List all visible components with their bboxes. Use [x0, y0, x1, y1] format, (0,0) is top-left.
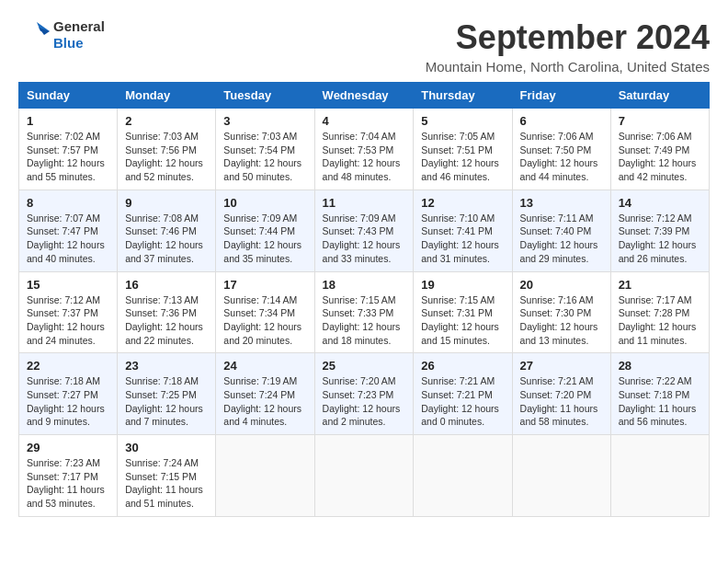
- day-number: 14: [619, 196, 701, 210]
- calendar-header-row: SundayMondayTuesdayWednesdayThursdayFrid…: [19, 83, 710, 109]
- day-info: Sunrise: 7:09 AM Sunset: 7:44 PM Dayligh…: [223, 212, 306, 266]
- logo-bird-icon: [18, 18, 51, 52]
- day-cell: [512, 435, 610, 517]
- day-cell: 5Sunrise: 7:05 AM Sunset: 7:51 PM Daylig…: [414, 109, 512, 190]
- day-info: Sunrise: 7:06 AM Sunset: 7:49 PM Dayligh…: [619, 130, 701, 184]
- day-cell: 12Sunrise: 7:10 AM Sunset: 7:41 PM Dayli…: [414, 190, 512, 271]
- day-info: Sunrise: 7:14 AM Sunset: 7:34 PM Dayligh…: [223, 293, 306, 348]
- week-row-3: 15Sunrise: 7:12 AM Sunset: 7:37 PM Dayli…: [19, 271, 710, 353]
- day-number: 29: [27, 441, 109, 454]
- day-number: 17: [223, 278, 306, 292]
- day-number: 1: [27, 114, 109, 128]
- day-number: 3: [223, 114, 306, 128]
- day-number: 21: [619, 278, 701, 292]
- week-row-5: 29Sunrise: 7:23 AM Sunset: 7:17 PM Dayli…: [19, 435, 710, 517]
- day-cell: [610, 435, 709, 517]
- day-number: 18: [323, 278, 406, 292]
- logo-text: General Blue: [53, 18, 105, 52]
- day-number: 27: [520, 359, 603, 373]
- day-number: 12: [421, 196, 504, 210]
- day-cell: 27Sunrise: 7:21 AM Sunset: 7:20 PM Dayli…: [512, 353, 610, 435]
- day-number: 4: [323, 114, 406, 128]
- day-info: Sunrise: 7:05 AM Sunset: 7:51 PM Dayligh…: [421, 130, 504, 184]
- header-friday: Friday: [512, 83, 610, 109]
- day-info: Sunrise: 7:08 AM Sunset: 7:46 PM Dayligh…: [125, 212, 208, 266]
- day-cell: 7Sunrise: 7:06 AM Sunset: 7:49 PM Daylig…: [610, 109, 709, 190]
- day-cell: 6Sunrise: 7:06 AM Sunset: 7:50 PM Daylig…: [512, 109, 610, 190]
- day-cell: 11Sunrise: 7:09 AM Sunset: 7:43 PM Dayli…: [314, 190, 414, 271]
- day-info: Sunrise: 7:10 AM Sunset: 7:41 PM Dayligh…: [421, 212, 504, 266]
- day-cell: [216, 435, 314, 517]
- day-cell: 10Sunrise: 7:09 AM Sunset: 7:44 PM Dayli…: [216, 190, 314, 271]
- day-number: 6: [520, 114, 603, 128]
- day-cell: 24Sunrise: 7:19 AM Sunset: 7:24 PM Dayli…: [216, 353, 314, 435]
- day-info: Sunrise: 7:12 AM Sunset: 7:39 PM Dayligh…: [619, 212, 701, 266]
- day-number: 2: [125, 114, 208, 128]
- location: Mountain Home, North Carolina, United St…: [426, 59, 710, 75]
- day-cell: 21Sunrise: 7:17 AM Sunset: 7:28 PM Dayli…: [610, 271, 709, 353]
- day-number: 23: [125, 359, 208, 373]
- day-cell: 30Sunrise: 7:24 AM Sunset: 7:15 PM Dayli…: [118, 435, 216, 517]
- day-cell: 25Sunrise: 7:20 AM Sunset: 7:23 PM Dayli…: [314, 353, 414, 435]
- day-info: Sunrise: 7:03 AM Sunset: 7:56 PM Dayligh…: [125, 130, 208, 184]
- day-number: 11: [323, 196, 406, 210]
- day-info: Sunrise: 7:07 AM Sunset: 7:47 PM Dayligh…: [27, 212, 109, 266]
- day-cell: 9Sunrise: 7:08 AM Sunset: 7:46 PM Daylig…: [118, 190, 216, 271]
- header-sunday: Sunday: [19, 83, 118, 109]
- day-cell: 16Sunrise: 7:13 AM Sunset: 7:36 PM Dayli…: [118, 271, 216, 353]
- day-cell: 28Sunrise: 7:22 AM Sunset: 7:18 PM Dayli…: [610, 353, 709, 435]
- title-area: September 2024 Mountain Home, North Caro…: [426, 18, 710, 75]
- header-monday: Monday: [118, 83, 216, 109]
- day-number: 19: [421, 278, 504, 292]
- day-cell: [414, 435, 512, 517]
- day-number: 16: [125, 278, 208, 292]
- day-cell: 2Sunrise: 7:03 AM Sunset: 7:56 PM Daylig…: [118, 109, 216, 190]
- day-info: Sunrise: 7:23 AM Sunset: 7:17 PM Dayligh…: [27, 456, 109, 511]
- day-cell: 19Sunrise: 7:15 AM Sunset: 7:31 PM Dayli…: [414, 271, 512, 353]
- week-row-2: 8Sunrise: 7:07 AM Sunset: 7:47 PM Daylig…: [19, 190, 710, 271]
- header-wednesday: Wednesday: [314, 83, 414, 109]
- day-cell: 22Sunrise: 7:18 AM Sunset: 7:27 PM Dayli…: [19, 353, 118, 435]
- logo-container: General Blue: [18, 18, 105, 52]
- day-number: 9: [125, 196, 208, 210]
- day-info: Sunrise: 7:12 AM Sunset: 7:37 PM Dayligh…: [27, 293, 109, 348]
- day-number: 7: [619, 114, 701, 128]
- day-number: 5: [421, 114, 504, 128]
- week-row-1: 1Sunrise: 7:02 AM Sunset: 7:57 PM Daylig…: [19, 109, 710, 190]
- day-info: Sunrise: 7:18 AM Sunset: 7:27 PM Dayligh…: [27, 374, 109, 429]
- day-cell: 20Sunrise: 7:16 AM Sunset: 7:30 PM Dayli…: [512, 271, 610, 353]
- day-cell: [314, 435, 414, 517]
- day-number: 30: [125, 441, 208, 454]
- day-info: Sunrise: 7:20 AM Sunset: 7:23 PM Dayligh…: [323, 374, 406, 429]
- header-tuesday: Tuesday: [216, 83, 314, 109]
- header: General Blue September 2024 Mountain Hom…: [18, 18, 710, 75]
- header-saturday: Saturday: [610, 83, 709, 109]
- day-number: 24: [223, 359, 306, 373]
- day-info: Sunrise: 7:03 AM Sunset: 7:54 PM Dayligh…: [223, 130, 306, 184]
- day-number: 15: [27, 278, 109, 292]
- day-number: 26: [421, 359, 504, 373]
- day-info: Sunrise: 7:15 AM Sunset: 7:31 PM Dayligh…: [421, 293, 504, 348]
- day-info: Sunrise: 7:09 AM Sunset: 7:43 PM Dayligh…: [323, 212, 406, 266]
- day-cell: 18Sunrise: 7:15 AM Sunset: 7:33 PM Dayli…: [314, 271, 414, 353]
- day-number: 8: [27, 196, 109, 210]
- day-cell: 1Sunrise: 7:02 AM Sunset: 7:57 PM Daylig…: [19, 109, 118, 190]
- day-info: Sunrise: 7:24 AM Sunset: 7:15 PM Dayligh…: [125, 456, 208, 511]
- day-info: Sunrise: 7:17 AM Sunset: 7:28 PM Dayligh…: [619, 293, 701, 348]
- day-info: Sunrise: 7:16 AM Sunset: 7:30 PM Dayligh…: [520, 293, 603, 348]
- calendar-table: SundayMondayTuesdayWednesdayThursdayFrid…: [18, 82, 710, 517]
- day-cell: 8Sunrise: 7:07 AM Sunset: 7:47 PM Daylig…: [19, 190, 118, 271]
- day-info: Sunrise: 7:02 AM Sunset: 7:57 PM Dayligh…: [27, 130, 109, 184]
- day-cell: 4Sunrise: 7:04 AM Sunset: 7:53 PM Daylig…: [314, 109, 414, 190]
- day-number: 20: [520, 278, 603, 292]
- day-number: 28: [619, 359, 701, 373]
- day-info: Sunrise: 7:06 AM Sunset: 7:50 PM Dayligh…: [520, 130, 603, 184]
- day-info: Sunrise: 7:21 AM Sunset: 7:21 PM Dayligh…: [421, 374, 504, 429]
- day-cell: 23Sunrise: 7:18 AM Sunset: 7:25 PM Dayli…: [118, 353, 216, 435]
- day-number: 22: [27, 359, 109, 373]
- day-info: Sunrise: 7:04 AM Sunset: 7:53 PM Dayligh…: [323, 130, 406, 184]
- day-info: Sunrise: 7:21 AM Sunset: 7:20 PM Dayligh…: [520, 374, 603, 429]
- day-cell: 15Sunrise: 7:12 AM Sunset: 7:37 PM Dayli…: [19, 271, 118, 353]
- day-cell: 26Sunrise: 7:21 AM Sunset: 7:21 PM Dayli…: [414, 353, 512, 435]
- header-thursday: Thursday: [414, 83, 512, 109]
